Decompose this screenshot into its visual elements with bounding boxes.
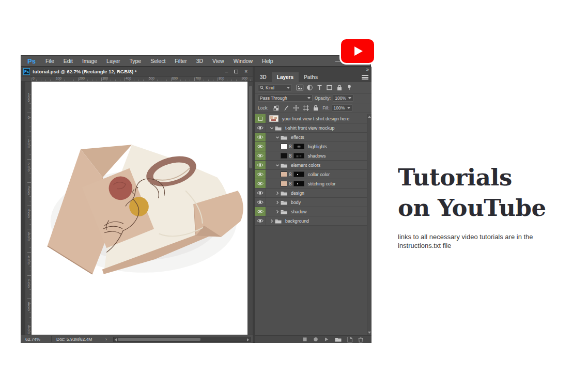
- layer-thumbnail[interactable]: [281, 153, 287, 159]
- visibility-toggle[interactable]: [255, 179, 266, 188]
- layer-actions-icon[interactable]: [324, 337, 329, 342]
- scroll-up-arrow-icon[interactable]: [368, 116, 371, 118]
- menu-item-window[interactable]: Window: [229, 56, 257, 67]
- adjustment-layers-filter-icon[interactable]: [305, 84, 314, 91]
- panel-tab-layers[interactable]: Layers: [272, 72, 299, 82]
- layer-thumbnail[interactable]: [281, 181, 287, 186]
- layer-row[interactable]: shadow: [255, 207, 367, 216]
- scroll-down-arrow-icon[interactable]: [368, 332, 371, 334]
- visibility-toggle[interactable]: [255, 151, 266, 160]
- layer-mask-thumbnail[interactable]: [293, 171, 304, 177]
- layer-name[interactable]: stitching color: [308, 181, 336, 186]
- chevron-right-icon[interactable]: [269, 219, 274, 223]
- layer-row[interactable]: effects: [255, 133, 367, 142]
- panel-tab-3d[interactable]: 3D: [255, 72, 272, 82]
- add-layer-mask-icon[interactable]: [302, 337, 307, 342]
- layer-mask-thumbnail[interactable]: [293, 153, 304, 159]
- new-layer-icon[interactable]: [347, 337, 352, 342]
- new-group-icon[interactable]: [335, 337, 342, 342]
- lock-artboard-icon[interactable]: [301, 104, 310, 112]
- youtube-badge[interactable]: [339, 38, 376, 65]
- layer-name[interactable]: shadow: [291, 209, 306, 214]
- layer-name[interactable]: background: [285, 218, 309, 224]
- layer-mask-thumbnail[interactable]: [293, 181, 304, 186]
- layer-name[interactable]: effects: [291, 135, 304, 140]
- visibility-toggle[interactable]: [255, 198, 266, 207]
- pixel-layers-filter-icon[interactable]: [296, 84, 304, 91]
- chevron-down-icon[interactable]: [275, 163, 280, 167]
- lock-position-icon[interactable]: [291, 104, 300, 112]
- blend-mode-select[interactable]: Pass Through: [258, 95, 313, 102]
- scroll-left-arrow-icon[interactable]: [115, 338, 117, 341]
- chevron-down-icon[interactable]: [269, 126, 274, 130]
- type-layers-filter-icon[interactable]: [315, 84, 324, 91]
- delete-layer-icon[interactable]: [358, 337, 363, 342]
- layer-row[interactable]: 8shadows: [255, 151, 367, 161]
- visibility-toggle[interactable]: [255, 216, 266, 225]
- canvas[interactable]: [32, 82, 247, 335]
- visibility-toggle[interactable]: [255, 170, 266, 179]
- fill-input[interactable]: 100%: [332, 104, 352, 112]
- menu-item-type[interactable]: Type: [125, 56, 146, 67]
- lock-image-pixels-icon[interactable]: [282, 104, 290, 112]
- layer-name[interactable]: element colors: [291, 163, 320, 168]
- visibility-toggle[interactable]: [255, 161, 266, 169]
- visibility-toggle[interactable]: [255, 142, 266, 151]
- layer-name[interactable]: design: [291, 191, 304, 196]
- chevron-right-icon[interactable]: [275, 200, 280, 205]
- horizontal-scrollbar[interactable]: [113, 337, 251, 342]
- horizontal-scrollbar-thumb[interactable]: [118, 338, 200, 341]
- layer-row[interactable]: 8stitching color: [255, 179, 367, 189]
- panel-menu-icon[interactable]: [362, 75, 368, 80]
- menu-item-image[interactable]: Image: [78, 56, 102, 67]
- document-tab-title[interactable]: tutorial.psd @ 62.7% (Rectangle 12, RGB/…: [33, 69, 136, 74]
- layer-row[interactable]: t-shirt front view mockup: [255, 123, 367, 133]
- new-adjustment-layer-icon[interactable]: [313, 337, 318, 342]
- doc-minimize-button[interactable]: –: [225, 69, 228, 74]
- menu-item-view[interactable]: View: [208, 56, 229, 67]
- status-popup-arrow[interactable]: ›: [105, 337, 107, 342]
- layer-row[interactable]: design: [255, 189, 367, 198]
- menu-item-filter[interactable]: Filter: [170, 56, 191, 67]
- shape-layers-filter-icon[interactable]: [325, 84, 334, 91]
- layer-row[interactable]: 8collar color: [255, 170, 367, 179]
- menu-item-edit[interactable]: Edit: [59, 56, 78, 67]
- doc-maximize-button[interactable]: [234, 70, 238, 73]
- layer-row[interactable]: 8highlights: [255, 142, 367, 151]
- smart-object-thumbnail[interactable]: [269, 115, 278, 122]
- layer-name[interactable]: collar color: [308, 172, 330, 177]
- layer-row[interactable]: background: [255, 216, 367, 226]
- visibility-toggle[interactable]: [255, 114, 266, 123]
- collapse-panels-icon[interactable]: »: [366, 67, 368, 72]
- layer-row[interactable]: element colors: [255, 161, 367, 170]
- vertical-scrollbar[interactable]: [247, 82, 253, 335]
- chevron-right-icon[interactable]: [275, 210, 280, 214]
- vertical-scrollbar-thumb[interactable]: [249, 86, 252, 168]
- layer-name[interactable]: body: [291, 200, 301, 205]
- lock-transparent-pixels-icon[interactable]: [272, 104, 281, 112]
- visibility-toggle[interactable]: [255, 189, 266, 197]
- visibility-toggle[interactable]: [255, 133, 266, 142]
- layer-thumbnail[interactable]: [281, 171, 287, 177]
- smart-object-filter-icon[interactable]: [345, 84, 353, 91]
- layer-name[interactable]: shadows: [308, 153, 326, 159]
- layer-name[interactable]: highlights: [308, 144, 327, 149]
- scroll-right-arrow-icon[interactable]: [247, 338, 249, 341]
- locked-layers-filter-icon[interactable]: [335, 84, 344, 91]
- opacity-input[interactable]: 100%: [333, 95, 353, 102]
- visibility-toggle[interactable]: [255, 123, 266, 132]
- layer-mask-thumbnail[interactable]: [293, 144, 304, 149]
- chevron-right-icon[interactable]: [275, 191, 280, 195]
- layer-name[interactable]: your front view t-shirt design here: [282, 116, 349, 121]
- lock-all-icon[interactable]: [311, 104, 320, 112]
- layer-thumbnail[interactable]: [281, 144, 287, 149]
- layer-row[interactable]: body: [255, 198, 367, 207]
- doc-close-button[interactable]: ×: [244, 69, 247, 74]
- visibility-toggle[interactable]: [255, 207, 266, 216]
- menu-item-layer[interactable]: Layer: [102, 56, 125, 67]
- zoom-level[interactable]: 62.74%: [25, 337, 40, 342]
- menu-item-file[interactable]: File: [41, 56, 59, 67]
- menu-item-3d[interactable]: 3D: [192, 56, 208, 67]
- layer-row[interactable]: your front view t-shirt design here: [255, 114, 367, 123]
- layers-scrollbar[interactable]: [367, 114, 372, 335]
